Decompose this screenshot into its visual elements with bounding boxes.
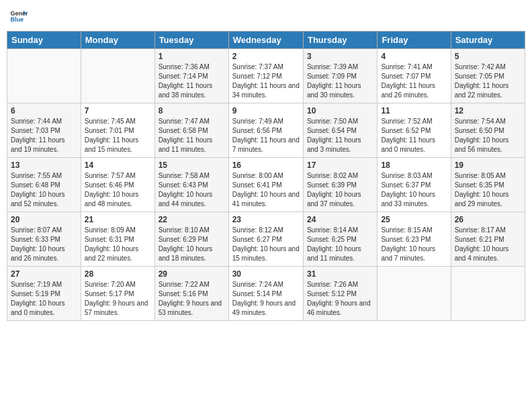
day-info: Sunrise: 8:10 AM Sunset: 6:29 PM Dayligh… <box>159 226 225 263</box>
weekday-header-tuesday: Tuesday <box>154 32 228 49</box>
day-number: 17 <box>307 161 373 170</box>
day-info: Sunrise: 7:39 AM Sunset: 7:09 PM Dayligh… <box>307 62 373 100</box>
day-number: 18 <box>381 161 447 170</box>
calendar-cell: 9Sunrise: 7:49 AM Sunset: 6:56 PM Daylig… <box>228 103 303 158</box>
day-info: Sunrise: 7:36 AM Sunset: 7:14 PM Dayligh… <box>159 62 225 100</box>
day-info: Sunrise: 7:45 AM Sunset: 7:01 PM Dayligh… <box>85 117 151 154</box>
calendar-cell: 13Sunrise: 7:55 AM Sunset: 6:48 PM Dayli… <box>7 158 81 212</box>
calendar-cell: 26Sunrise: 8:17 AM Sunset: 6:21 PM Dayli… <box>451 212 525 267</box>
calendar-table: SundayMondayTuesdayWednesdayThursdayFrid… <box>7 31 525 321</box>
day-number: 29 <box>159 269 225 279</box>
day-number: 31 <box>307 269 373 279</box>
day-info: Sunrise: 7:57 AM Sunset: 6:46 PM Dayligh… <box>85 171 151 209</box>
day-number: 20 <box>11 215 77 224</box>
day-info: Sunrise: 8:15 AM Sunset: 6:23 PM Dayligh… <box>381 226 447 263</box>
week-row-2: 6Sunrise: 7:44 AM Sunset: 7:03 PM Daylig… <box>7 103 525 158</box>
day-info: Sunrise: 7:22 AM Sunset: 5:16 PM Dayligh… <box>159 280 225 318</box>
day-number: 2 <box>232 52 300 61</box>
day-info: Sunrise: 7:41 AM Sunset: 7:07 PM Dayligh… <box>381 62 447 100</box>
calendar-cell: 10Sunrise: 7:50 AM Sunset: 6:54 PM Dayli… <box>303 103 377 158</box>
day-info: Sunrise: 7:55 AM Sunset: 6:48 PM Dayligh… <box>11 171 77 209</box>
weekday-header-sunday: Sunday <box>7 32 81 49</box>
week-row-5: 27Sunrise: 7:19 AM Sunset: 5:19 PM Dayli… <box>7 267 525 321</box>
day-info: Sunrise: 7:52 AM Sunset: 6:52 PM Dayligh… <box>381 117 447 154</box>
day-info: Sunrise: 8:00 AM Sunset: 6:41 PM Dayligh… <box>232 171 300 209</box>
calendar-cell: 31Sunrise: 7:26 AM Sunset: 5:12 PM Dayli… <box>303 267 377 321</box>
calendar-cell: 12Sunrise: 7:54 AM Sunset: 6:50 PM Dayli… <box>451 103 525 158</box>
day-number: 27 <box>11 269 77 279</box>
day-number: 28 <box>85 269 151 279</box>
calendar-cell: 5Sunrise: 7:42 AM Sunset: 7:05 PM Daylig… <box>451 49 525 103</box>
week-row-4: 20Sunrise: 8:07 AM Sunset: 6:33 PM Dayli… <box>7 212 525 267</box>
day-number: 8 <box>159 106 225 116</box>
day-number: 6 <box>11 106 77 116</box>
day-number: 24 <box>307 215 373 224</box>
weekday-header-saturday: Saturday <box>451 32 525 49</box>
calendar-cell: 24Sunrise: 8:14 AM Sunset: 6:25 PM Dayli… <box>303 212 377 267</box>
day-info: Sunrise: 7:44 AM Sunset: 7:03 PM Dayligh… <box>11 117 77 154</box>
svg-text:Blue: Blue <box>10 16 24 23</box>
day-info: Sunrise: 8:09 AM Sunset: 6:31 PM Dayligh… <box>85 226 151 263</box>
day-info: Sunrise: 7:19 AM Sunset: 5:19 PM Dayligh… <box>11 280 77 318</box>
calendar-cell <box>451 267 525 321</box>
calendar-cell: 15Sunrise: 7:58 AM Sunset: 6:43 PM Dayli… <box>154 158 228 212</box>
calendar-cell: 8Sunrise: 7:47 AM Sunset: 6:58 PM Daylig… <box>154 103 228 158</box>
day-info: Sunrise: 8:02 AM Sunset: 6:39 PM Dayligh… <box>307 171 373 209</box>
calendar-cell <box>81 49 154 103</box>
calendar-cell: 7Sunrise: 7:45 AM Sunset: 7:01 PM Daylig… <box>81 103 154 158</box>
day-info: Sunrise: 7:26 AM Sunset: 5:12 PM Dayligh… <box>307 280 373 318</box>
day-number: 13 <box>11 161 77 170</box>
calendar-cell: 1Sunrise: 7:36 AM Sunset: 7:14 PM Daylig… <box>154 49 228 103</box>
calendar-cell: 19Sunrise: 8:05 AM Sunset: 6:35 PM Dayli… <box>451 158 525 212</box>
calendar-cell: 16Sunrise: 8:00 AM Sunset: 6:41 PM Dayli… <box>228 158 303 212</box>
day-number: 7 <box>85 106 151 116</box>
day-number: 19 <box>455 161 521 170</box>
day-info: Sunrise: 8:17 AM Sunset: 6:21 PM Dayligh… <box>455 226 521 263</box>
day-info: Sunrise: 8:03 AM Sunset: 6:37 PM Dayligh… <box>381 171 447 209</box>
day-number: 4 <box>381 52 447 61</box>
calendar-cell <box>378 267 451 321</box>
day-number: 30 <box>232 269 300 279</box>
day-number: 23 <box>232 215 300 224</box>
calendar-cell: 22Sunrise: 8:10 AM Sunset: 6:29 PM Dayli… <box>154 212 228 267</box>
day-number: 11 <box>381 106 447 116</box>
calendar-cell: 29Sunrise: 7:22 AM Sunset: 5:16 PM Dayli… <box>154 267 228 321</box>
calendar-cell: 20Sunrise: 8:07 AM Sunset: 6:33 PM Dayli… <box>7 212 81 267</box>
logo: General Blue <box>9 7 31 26</box>
day-info: Sunrise: 7:20 AM Sunset: 5:17 PM Dayligh… <box>85 280 151 318</box>
calendar-cell: 6Sunrise: 7:44 AM Sunset: 7:03 PM Daylig… <box>7 103 81 158</box>
day-info: Sunrise: 7:58 AM Sunset: 6:43 PM Dayligh… <box>159 171 225 209</box>
calendar-cell: 25Sunrise: 8:15 AM Sunset: 6:23 PM Dayli… <box>378 212 451 267</box>
day-number: 9 <box>232 106 300 116</box>
day-number: 5 <box>455 52 521 61</box>
calendar-cell: 28Sunrise: 7:20 AM Sunset: 5:17 PM Dayli… <box>81 267 154 321</box>
day-info: Sunrise: 7:42 AM Sunset: 7:05 PM Dayligh… <box>455 62 521 100</box>
day-number: 15 <box>159 161 225 170</box>
weekday-header-friday: Friday <box>378 32 451 49</box>
weekday-header-monday: Monday <box>81 32 154 49</box>
day-info: Sunrise: 8:07 AM Sunset: 6:33 PM Dayligh… <box>11 226 77 263</box>
day-number: 12 <box>455 106 521 116</box>
page-header: General Blue <box>7 7 525 26</box>
calendar-cell: 3Sunrise: 7:39 AM Sunset: 7:09 PM Daylig… <box>303 49 377 103</box>
calendar-cell <box>7 49 81 103</box>
calendar-cell: 14Sunrise: 7:57 AM Sunset: 6:46 PM Dayli… <box>81 158 154 212</box>
logo-icon: General Blue <box>9 7 28 26</box>
day-info: Sunrise: 7:24 AM Sunset: 5:14 PM Dayligh… <box>232 280 300 318</box>
day-info: Sunrise: 8:14 AM Sunset: 6:25 PM Dayligh… <box>307 226 373 263</box>
weekday-header-wednesday: Wednesday <box>228 32 303 49</box>
day-info: Sunrise: 7:50 AM Sunset: 6:54 PM Dayligh… <box>307 117 373 154</box>
day-number: 3 <box>307 52 373 61</box>
day-info: Sunrise: 8:12 AM Sunset: 6:27 PM Dayligh… <box>232 226 300 263</box>
calendar-cell: 30Sunrise: 7:24 AM Sunset: 5:14 PM Dayli… <box>228 267 303 321</box>
day-number: 22 <box>159 215 225 224</box>
day-number: 26 <box>455 215 521 224</box>
day-number: 14 <box>85 161 151 170</box>
day-number: 1 <box>159 52 225 61</box>
day-info: Sunrise: 7:54 AM Sunset: 6:50 PM Dayligh… <box>455 117 521 154</box>
day-number: 10 <box>307 106 373 116</box>
calendar-cell: 23Sunrise: 8:12 AM Sunset: 6:27 PM Dayli… <box>228 212 303 267</box>
day-info: Sunrise: 7:49 AM Sunset: 6:56 PM Dayligh… <box>232 117 300 154</box>
calendar-header-row: SundayMondayTuesdayWednesdayThursdayFrid… <box>7 32 525 49</box>
calendar-cell: 2Sunrise: 7:37 AM Sunset: 7:12 PM Daylig… <box>228 49 303 103</box>
